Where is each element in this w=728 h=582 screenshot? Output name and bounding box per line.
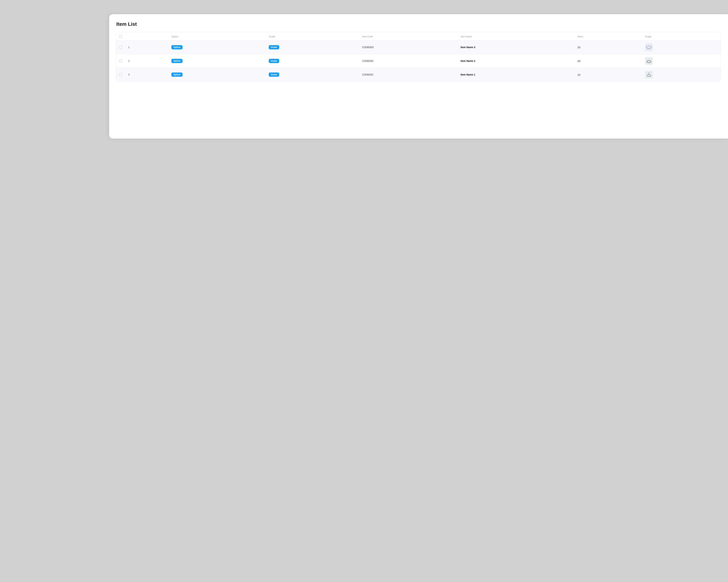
row-checkbox-cell [116, 68, 125, 82]
row-grade-cell: Grade [265, 68, 359, 82]
grade-badge[interactable]: Grade [269, 59, 279, 63]
item-list-table: Option Grade Item Code Item Name Stock I… [116, 32, 721, 81]
row-number: 3 [125, 68, 168, 82]
table-header-row: Option Grade Item Code Item Name Stock I… [116, 32, 721, 41]
col-header-grade: Grade [265, 32, 359, 41]
row-number: 1 [125, 41, 168, 54]
row-grade-cell: Grade [265, 41, 359, 54]
row-checkbox[interactable] [119, 46, 122, 49]
row-option-cell: Option [168, 54, 265, 68]
col-header-checkbox [116, 32, 125, 41]
row-item-name: Item Name 2 [457, 54, 574, 68]
row-checkbox[interactable] [119, 73, 122, 76]
row-checkbox-cell [116, 41, 125, 54]
table-row: 3 Option Grade CODE001 Item Name 1 10 [116, 68, 721, 82]
item-image-thumbnail [645, 71, 653, 79]
row-image-cell [642, 68, 721, 82]
option-badge[interactable]: Option [171, 59, 183, 63]
row-image-cell [642, 54, 721, 68]
col-header-item-code: Item Code [359, 32, 457, 41]
svg-point-10 [648, 73, 649, 74]
row-checkbox[interactable] [119, 59, 122, 62]
grade-badge[interactable]: Grade [269, 73, 279, 77]
row-item-code: CODE003 [359, 41, 457, 54]
col-header-option: Option [168, 32, 265, 41]
row-stock: 25 [574, 41, 642, 54]
row-option-cell: Option [168, 68, 265, 82]
select-all-checkbox[interactable] [119, 35, 122, 38]
svg-point-7 [647, 75, 651, 77]
col-header-number [125, 32, 168, 41]
row-number: 2 [125, 54, 168, 68]
row-stock: 20 [574, 54, 642, 68]
table-row: 2 Option Grade CODE002 Item Name 2 20 [116, 54, 721, 68]
row-item-name: Item Name 3 [457, 41, 574, 54]
table-row: 1 Option Grade CODE003 Item Name 3 25 [116, 41, 721, 54]
row-image-cell [642, 41, 721, 54]
col-header-stock: Stock [574, 32, 642, 41]
item-image-thumbnail [645, 43, 653, 51]
svg-point-2 [646, 46, 651, 48]
row-item-name: Item Name 1 [457, 68, 574, 82]
row-item-code: CODE001 [359, 68, 457, 82]
grade-badge[interactable]: Grade [269, 45, 279, 49]
table-container: Option Grade Item Code Item Name Stock I… [116, 32, 721, 82]
option-badge[interactable]: Option [171, 45, 183, 49]
option-badge[interactable]: Option [171, 73, 183, 77]
main-panel: Item List Option Grade Item Code Item Na… [109, 14, 728, 138]
col-header-image: Image [642, 32, 721, 41]
row-checkbox-cell [116, 54, 125, 68]
item-image-thumbnail [645, 57, 653, 65]
row-grade-cell: Grade [265, 54, 359, 68]
row-item-code: CODE002 [359, 54, 457, 68]
row-stock: 10 [574, 68, 642, 82]
col-header-item-name: Item Name [457, 32, 574, 41]
page-title: Item List [116, 21, 721, 27]
row-option-cell: Option [168, 41, 265, 54]
